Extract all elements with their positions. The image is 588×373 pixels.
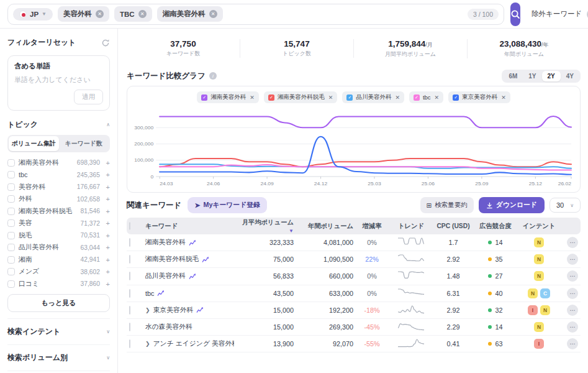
keyword-chart-link-icon[interactable]	[157, 290, 165, 297]
range-button-2Y[interactable]: 2Y	[542, 71, 561, 81]
checkbox[interactable]	[7, 208, 15, 215]
legend-remove-icon[interactable]: ✕	[328, 94, 333, 101]
keyword-cell[interactable]: 水の森美容外科	[143, 323, 234, 331]
keyword-cell[interactable]: 湘南美容外科脱毛	[143, 255, 234, 264]
topic-tab[interactable]: ボリューム集計	[9, 136, 59, 151]
topic-item[interactable]: メンズ 38,602 +	[7, 266, 110, 279]
keyword-cell[interactable]: 品川美容外科	[143, 272, 234, 280]
column-header[interactable]: 月平均ボリューム▼	[234, 218, 296, 234]
legend-chip[interactable]: ✓ 湘南美容外科脱毛 ✕	[264, 91, 338, 103]
search-volume-summary-button[interactable]: ⊞ 検索量要約	[420, 197, 474, 213]
checkbox[interactable]	[7, 232, 15, 239]
legend-chip[interactable]: ✓ 東京美容外科 ✕	[448, 91, 510, 103]
keyword-chart-link-icon[interactable]	[189, 239, 196, 246]
checkbox[interactable]	[7, 256, 15, 264]
add-topic-icon[interactable]: +	[104, 256, 110, 264]
topic-tab[interactable]: キーワード数	[59, 136, 109, 151]
filter-section[interactable]: SERP構成要素 ∨	[7, 371, 110, 373]
topic-item[interactable]: 湘南美容外科脱毛 81,546 +	[7, 205, 110, 218]
column-header[interactable]: トレンド	[388, 222, 434, 231]
row-checkbox[interactable]	[127, 272, 143, 280]
country-selector[interactable]: JP ▼	[13, 8, 53, 21]
filter-section[interactable]: 検索ボリューム別 ∨	[7, 344, 110, 371]
more-actions-button[interactable]: ⋯	[567, 270, 578, 282]
keyword-chart-link-icon[interactable]	[196, 306, 204, 313]
keyword-chart-link-icon[interactable]	[202, 256, 209, 263]
topic-item[interactable]: 品川美容外科 63,044 +	[7, 242, 110, 254]
topic-item[interactable]: tbc 245,365 +	[7, 169, 110, 182]
topic-item[interactable]: 口コミ 37,860 +	[7, 278, 110, 290]
range-button-4Y[interactable]: 4Y	[561, 71, 579, 81]
column-header[interactable]: 増減率	[356, 222, 388, 231]
add-topic-icon[interactable]: +	[104, 244, 110, 251]
more-actions-button[interactable]: ⋯	[567, 288, 578, 299]
column-header[interactable]: インテント	[518, 222, 559, 231]
range-button-1Y[interactable]: 1Y	[523, 71, 541, 81]
checkbox[interactable]	[7, 171, 15, 178]
add-topic-icon[interactable]: +	[104, 195, 110, 203]
add-topic-icon[interactable]: +	[104, 183, 110, 191]
row-checkbox[interactable]	[127, 323, 143, 331]
more-actions-button[interactable]: ⋯	[567, 321, 578, 333]
topic-item[interactable]: 脱毛 70,531 +	[7, 229, 110, 242]
topic-item[interactable]: 外科 102,658 +	[7, 193, 110, 206]
my-keyword-register-button[interactable]: ➤ Myキーワード登録	[188, 197, 266, 213]
topic-item[interactable]: 湘南美容外科 698,390 +	[7, 157, 110, 169]
keyword-cell[interactable]: tbc	[143, 290, 234, 297]
checkbox[interactable]	[7, 159, 15, 167]
checkbox[interactable]	[7, 268, 15, 275]
legend-remove-icon[interactable]: ✕	[501, 94, 506, 101]
legend-remove-icon[interactable]: ✕	[435, 94, 440, 101]
topic-item[interactable]: 美容 71,372 +	[7, 218, 110, 230]
expand-row-icon[interactable]: ❯	[145, 341, 150, 347]
column-header[interactable]: キーワード	[143, 222, 234, 231]
topic-item[interactable]: 湘南 42,941 +	[7, 254, 110, 266]
remove-tag-icon[interactable]: ✕	[96, 10, 104, 18]
filter-section[interactable]: 検索インテント ∨	[7, 318, 110, 344]
include-words-input[interactable]	[14, 76, 103, 83]
legend-chip[interactable]: ✓ 品川美容外科 ✕	[342, 91, 404, 103]
legend-chip[interactable]: ✓ tbc ✕	[409, 91, 443, 103]
legend-checkbox-icon[interactable]: ✓	[414, 94, 420, 101]
add-topic-icon[interactable]: +	[104, 232, 110, 239]
keyword-cell[interactable]: ❯ 東京美容外科	[143, 306, 234, 315]
legend-checkbox-icon[interactable]: ✓	[268, 94, 274, 101]
search-button[interactable]	[510, 2, 520, 26]
remove-tag-icon[interactable]: ✕	[138, 10, 147, 18]
legend-remove-icon[interactable]: ✕	[395, 94, 400, 101]
more-actions-button[interactable]: ⋯	[567, 254, 578, 265]
add-topic-icon[interactable]: +	[104, 171, 110, 178]
more-actions-button[interactable]: ⋯	[567, 338, 578, 349]
row-checkbox[interactable]	[127, 239, 143, 246]
row-checkbox[interactable]	[127, 306, 143, 314]
expand-row-icon[interactable]: ❯	[145, 307, 150, 313]
legend-checkbox-icon[interactable]: ✓	[346, 94, 353, 101]
add-topic-icon[interactable]: +	[104, 280, 110, 288]
checkbox[interactable]	[7, 183, 15, 191]
range-button-6M[interactable]: 6M	[503, 71, 523, 81]
keyword-cell[interactable]: ❯ アンチ エイジング 美容外科	[143, 339, 234, 348]
row-checkbox[interactable]	[127, 256, 143, 263]
add-topic-icon[interactable]: +	[104, 268, 110, 275]
column-header[interactable]: 年間ボリューム	[296, 222, 356, 231]
keyword-chart-link-icon[interactable]	[189, 273, 196, 280]
add-topic-icon[interactable]: +	[104, 159, 110, 167]
info-icon[interactable]: i	[209, 72, 217, 80]
legend-checkbox-icon[interactable]: ✓	[453, 94, 459, 101]
checkbox[interactable]	[7, 195, 15, 203]
topic-item[interactable]: 美容外科 176,667 +	[7, 181, 110, 193]
more-actions-button[interactable]: ⋯	[567, 237, 578, 248]
page-size-select[interactable]: 30 ∨	[550, 198, 581, 213]
checkbox[interactable]	[7, 219, 15, 227]
remove-tag-icon[interactable]: ✕	[209, 10, 217, 18]
legend-remove-icon[interactable]: ✕	[250, 94, 255, 101]
select-all-checkbox[interactable]	[127, 223, 143, 229]
show-more-button[interactable]: もっと見る	[7, 294, 110, 312]
reset-icon[interactable]	[101, 39, 110, 47]
more-actions-button[interactable]: ⋯	[567, 305, 578, 316]
sort-desc-icon[interactable]: ▼	[289, 228, 294, 234]
keyword-tag[interactable]: 美容外科 ✕	[58, 6, 109, 22]
row-checkbox[interactable]	[127, 340, 143, 348]
chevron-up-icon[interactable]: ∧	[106, 122, 110, 127]
checkbox[interactable]	[7, 280, 15, 288]
